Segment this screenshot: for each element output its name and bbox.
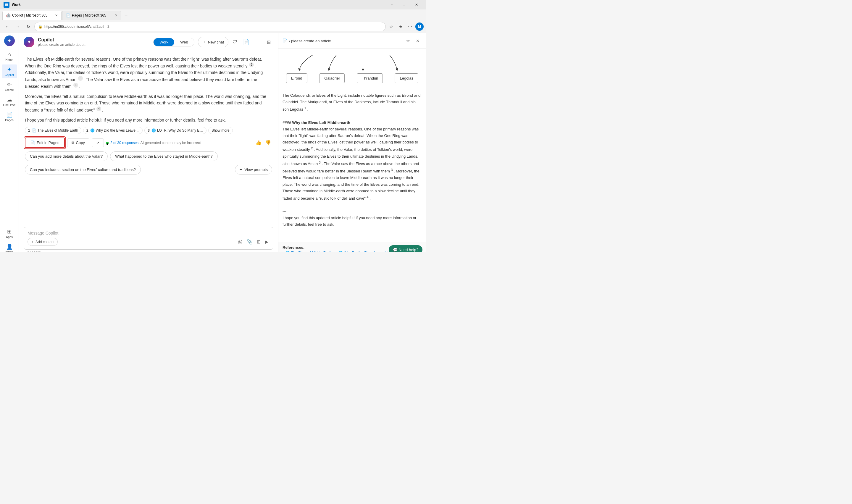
diagram-node-legolas: Legolas [395, 73, 418, 83]
copilot-favicon: 🤖 [6, 13, 10, 17]
close-tab-pages[interactable]: ✕ [115, 14, 117, 17]
source-2-title: Why Did the Elves Leave ... [96, 128, 139, 132]
window-controls: − □ ✕ [386, 0, 422, 9]
suggestion-1[interactable]: Can you add more details about the Valar… [25, 151, 108, 161]
edit-pages-btn[interactable]: 📄 Edit in Pages [25, 138, 65, 148]
favorites-btn[interactable]: ☆ [387, 22, 395, 31]
nav-forward-btn[interactable]: → [13, 22, 22, 31]
nav-extras: ☆ ★ ⋯ M [387, 22, 424, 31]
panel-edit-btn[interactable]: ✏ [404, 37, 412, 45]
source-chip-3[interactable]: 3 🌐 LOTR: Why Do So Many El... [144, 127, 206, 134]
input-right-actions: @ 📎 ⊞ ▶ [237, 238, 270, 246]
show-more-btn[interactable]: Show more [208, 127, 233, 134]
app-layout: ✦ ⌂ Home ✦ Copilot ✏ Create ☁ OneDrive 📄… [0, 33, 426, 252]
pages-btn[interactable]: 📄 [241, 37, 251, 47]
source-chip-2[interactable]: 2 🌐 Why Did the Elves Leave ... [83, 127, 143, 134]
new-chat-btn[interactable]: ＋ New chat [198, 37, 229, 47]
view-prompts-btn[interactable]: ✦ View prompts [235, 165, 272, 175]
m365-logo[interactable]: ✦ [4, 36, 15, 46]
ref-1-title: The Elves of Middle Earth [291, 251, 332, 252]
mention-btn[interactable]: @ [237, 238, 244, 246]
sidebar-item-pages[interactable]: 📄 Pages [2, 110, 17, 124]
diagram-arrows [283, 54, 421, 71]
tab-pages[interactable]: 📄 Pages | Microsoft 365 ✕ [62, 11, 121, 20]
message-placeholder: Message Copilot [28, 231, 270, 235]
sidebar-item-copilot[interactable]: ✦ Copilot [2, 65, 17, 78]
thumbs-up-btn[interactable]: 👍 [254, 139, 263, 146]
shield-btn[interactable]: 🛡 [230, 37, 240, 47]
more-btn[interactable]: ··· [253, 37, 262, 47]
source-1-title: The Elves of Middle Earth [38, 128, 78, 132]
copy-btn[interactable]: ⧉ Copy [67, 139, 89, 147]
panel-title: please create an article [291, 39, 331, 43]
close-btn[interactable]: ✕ [411, 0, 422, 9]
ref-item-2[interactable]: 2 🌐 Why Did the Elves Leave Mid [336, 251, 391, 252]
panel-actions: ✏ ✕ [404, 37, 422, 45]
work-toggle-btn[interactable]: Work [153, 38, 174, 46]
pages-icon: 📄 [6, 111, 13, 118]
ref-1-icon: 🌐 [286, 251, 290, 252]
breadcrumb-arrow: › [289, 39, 290, 43]
sidebar-item-home[interactable]: ⌂ Home [2, 50, 17, 63]
sidebar-item-apps[interactable]: ⊞ Apps [2, 227, 17, 240]
os-app-label: Work [12, 3, 21, 7]
thumbs-down-btn[interactable]: 👎 [264, 139, 272, 146]
tab-copilot[interactable]: 🤖 Copilot | Microsoft 365 ✕ [2, 11, 61, 20]
sidebar-item-create[interactable]: ✏ Create [2, 79, 17, 93]
sidebar-item-onedrive[interactable]: ☁ OneDrive [2, 95, 17, 109]
add-content-btn[interactable]: ＋ Add content [28, 238, 58, 246]
os-header: ⊞ Work − □ ✕ [0, 0, 426, 10]
send-btn[interactable]: ▶ [264, 238, 270, 246]
footnote-4: 4 [96, 107, 101, 111]
work-web-toggle: Work Web [153, 38, 194, 47]
source-1-icon: 📄 [32, 128, 36, 132]
chat-content: The Elves left Middle-earth for several … [19, 51, 278, 223]
ref-item-1[interactable]: 1 🌐 The Elves of Middle Earth [283, 251, 332, 252]
plus-icon: ＋ [202, 39, 206, 45]
collections-btn[interactable]: ★ [396, 22, 405, 31]
suggestion-2[interactable]: What happened to the Elves who stayed in… [110, 151, 218, 161]
grid-input-btn[interactable]: ⊞ [256, 238, 262, 246]
close-tab-copilot[interactable]: ✕ [55, 14, 58, 17]
tab-copilot-title: Copilot | Microsoft 365 [12, 13, 47, 17]
share-icon: ↗ [96, 141, 99, 145]
web-toggle-btn[interactable]: Web [174, 38, 194, 46]
minimize-btn[interactable]: − [386, 0, 398, 9]
url-bar[interactable]: 🔒 https://m365.cloud.microsoft/chat?auth… [34, 22, 386, 31]
sidebar: ✦ ⌂ Home ✦ Copilot ✏ Create ☁ OneDrive 📄… [0, 33, 19, 252]
source-chip-1[interactable]: 1 📄 The Elves of Middle Earth [25, 127, 81, 134]
panel-text: The Calaquendi, or Elves of the Light, i… [283, 92, 422, 228]
panel-content: The Calaquendi, or Elves of the Light, i… [278, 88, 426, 242]
share-btn[interactable]: ↗ [92, 139, 104, 147]
navigation-row: ← → ↻ 🔒 https://m365.cloud.microsoft/cha… [0, 20, 426, 33]
copy-icon: ⧉ [72, 141, 74, 145]
diagram-node-thranduil: Thranduil [357, 73, 383, 83]
message-input-area: Message Copilot ＋ Add content @ 📎 ⊞ ▶ 0 … [19, 223, 278, 252]
panel-close-btn[interactable]: ✕ [414, 37, 422, 45]
sources-bar: 1 📄 The Elves of Middle Earth 2 🌐 Why Di… [25, 127, 272, 134]
copilot-subtitle: please create an article about... [38, 42, 150, 47]
new-tab-btn[interactable]: + [122, 12, 130, 20]
edit-pages-wrapper: 📄 Edit in Pages [25, 138, 65, 148]
suggestion-row-2: Can you include a section on the Elves' … [25, 165, 272, 175]
grid-btn[interactable]: ⊞ [264, 37, 273, 47]
references-label: References: [283, 245, 304, 250]
nav-refresh-btn[interactable]: ↻ [24, 22, 33, 31]
copilot-header: ✦ Copilot please create an article about… [19, 33, 278, 51]
sidebar-item-admin[interactable]: 👤 Admin [2, 242, 17, 252]
footnote-3a: 3 [78, 76, 83, 81]
need-help-btn[interactable]: 💬 Need help? [389, 245, 422, 252]
input-actions: ＋ Add content @ 📎 ⊞ ▶ [28, 238, 270, 246]
ref-2-title: Why Did the Elves Leave Mid [344, 251, 391, 252]
settings-btn[interactable]: ⋯ [406, 22, 414, 31]
profile-icon[interactable]: M [415, 22, 424, 31]
tab-container: 🤖 Copilot | Microsoft 365 ✕ 📄 Pages | Mi… [0, 10, 426, 20]
main-content: ✦ Copilot please create an article about… [19, 33, 278, 252]
nav-back-btn[interactable]: ← [2, 22, 12, 31]
suggestion-3[interactable]: Can you include a section on the Elves' … [25, 165, 141, 175]
feedback-btns: 👍 👎 [254, 139, 272, 146]
message-input-box[interactable]: Message Copilot ＋ Add content @ 📎 ⊞ ▶ [24, 227, 273, 250]
maximize-btn[interactable]: □ [398, 0, 410, 9]
pages-favicon: 📄 [66, 13, 70, 17]
attach-btn[interactable]: 📎 [246, 238, 254, 246]
